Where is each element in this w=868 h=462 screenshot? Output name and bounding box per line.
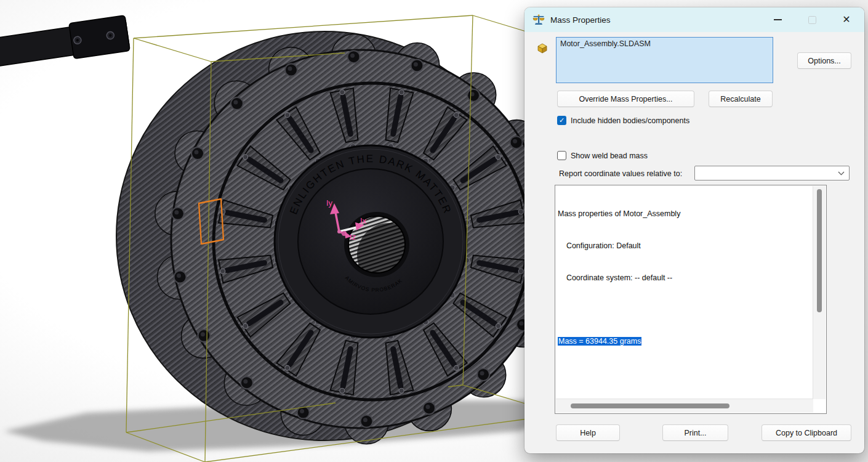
- include-hidden-label: Include hidden bodies/components: [571, 116, 689, 125]
- chevron-down-icon: [838, 171, 845, 176]
- minimize-icon: [774, 19, 782, 20]
- include-hidden-checkbox-row: ✓ Include hidden bodies/components: [557, 116, 689, 125]
- include-hidden-checkbox[interactable]: ✓: [557, 116, 566, 125]
- dialog-titlebar[interactable]: Mass Properties ✕: [524, 7, 864, 32]
- horizontal-scrollbar-thumb[interactable]: [571, 403, 729, 408]
- results-text: Mass properties of Motor_Assembly Config…: [558, 188, 813, 399]
- override-mass-properties-button[interactable]: Override Mass Properties...: [557, 91, 694, 107]
- weld-bead-checkbox[interactable]: [557, 151, 566, 160]
- assembly-icon: [536, 42, 550, 54]
- maximize-button[interactable]: [803, 10, 821, 29]
- hub: ENLIGHTEN THE DARK MATTER AMIRVOS PROBER…: [275, 145, 467, 338]
- vertical-scrollbar[interactable]: [813, 186, 826, 399]
- help-button[interactable]: Help: [556, 424, 620, 441]
- cross-bar: [0, 15, 130, 105]
- print-button[interactable]: Print...: [662, 424, 728, 441]
- triad-iy-label: Iy: [326, 198, 333, 208]
- weld-bead-checkbox-row: Show weld bead mass: [557, 151, 648, 160]
- mass-properties-results-panel[interactable]: Mass properties of Motor_Assembly Config…: [555, 185, 827, 414]
- selected-item-text: Motor_Assembly.SLDASM: [560, 39, 651, 48]
- horizontal-scrollbar[interactable]: [556, 399, 813, 413]
- minimize-button[interactable]: [768, 10, 787, 29]
- triad-iz-label: Iz: [350, 232, 356, 241]
- check-icon: ✓: [559, 117, 565, 124]
- triad-ix-label: Ix: [360, 216, 367, 225]
- mass-properties-icon: [532, 14, 545, 26]
- close-icon: ✕: [842, 15, 850, 25]
- report-coords-label: Report coordinate values relative to:: [559, 169, 682, 178]
- vertical-scrollbar-thumb[interactable]: [817, 189, 822, 312]
- selected-item-box[interactable]: Motor_Assembly.SLDASM: [556, 37, 773, 83]
- dialog-title: Mass Properties: [550, 15, 768, 25]
- maximize-icon: [808, 16, 816, 24]
- copy-to-clipboard-button[interactable]: Copy to Clipboard: [762, 424, 851, 441]
- options-button[interactable]: Options...: [797, 52, 851, 69]
- mass-properties-dialog: Mass Properties ✕ Motor_Assembly.SLDASM …: [524, 7, 864, 453]
- report-coords-dropdown[interactable]: [694, 166, 850, 180]
- close-button[interactable]: ✕: [837, 10, 856, 29]
- motor-assembly-model[interactable]: ENLIGHTEN THE DARK MATTER AMIRVOS PROBER…: [0, 15, 565, 444]
- weld-bead-label: Show weld bead mass: [571, 152, 648, 160]
- mass-value-highlighted: Mass = 63944.35 grams: [558, 337, 641, 346]
- recalculate-button[interactable]: Recalculate: [709, 91, 773, 107]
